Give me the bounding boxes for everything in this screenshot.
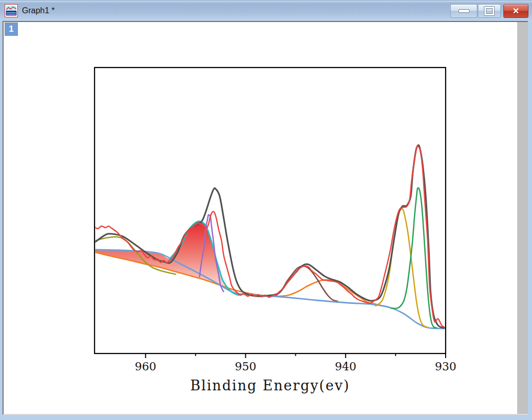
minimize-icon	[459, 10, 469, 12]
x-axis-title: Blinding Energy(ev)	[190, 378, 350, 393]
plot-frame	[95, 68, 446, 353]
x-tick-label: 940	[335, 360, 356, 373]
titlebar[interactable]: Graph1 * ✕	[0, 1, 532, 21]
restore-button[interactable]	[478, 4, 501, 18]
series-raw-data	[94, 146, 446, 327]
close-icon: ✕	[513, 7, 519, 15]
window-title: Graph1 *	[22, 1, 55, 21]
workspace-margin	[517, 22, 528, 414]
close-button[interactable]: ✕	[503, 4, 528, 18]
restore-icon	[484, 7, 494, 15]
graph-window: Graph1 * ✕ 960950940930Blinding Energy(e…	[0, 0, 532, 420]
plot-area[interactable]: 960950940930Blinding Energy(ev)	[4, 22, 517, 414]
x-tick-label: 930	[435, 360, 456, 373]
x-tick-label: 950	[235, 360, 257, 373]
minimize-button[interactable]	[450, 4, 477, 18]
series-gold-component	[376, 209, 428, 327]
layer-1-badge[interactable]: 1	[5, 23, 18, 36]
client-area: 960950940930Blinding Energy(ev) 1	[3, 21, 528, 415]
x-tick-label: 960	[135, 360, 156, 373]
graph-window-icon	[5, 4, 18, 17]
